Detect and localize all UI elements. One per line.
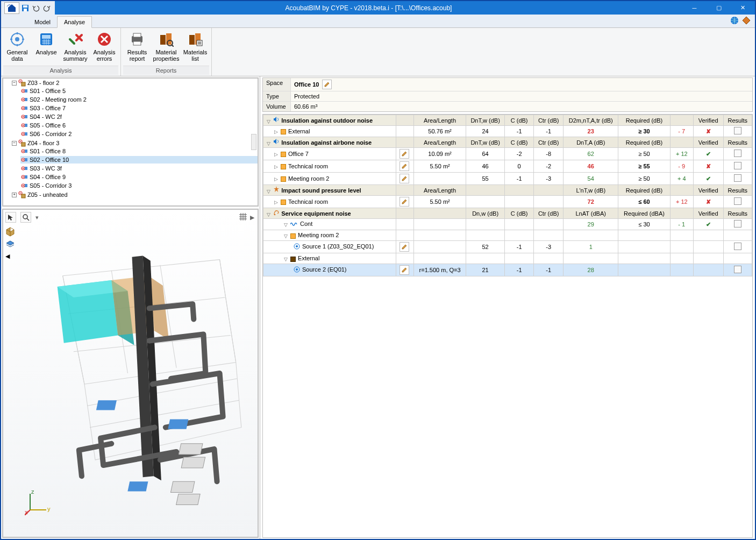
cell-value: ≤ 60 (618, 196, 671, 208)
edit-row-button[interactable] (400, 242, 409, 252)
analysis-summary-button[interactable]: Analysis summary (61, 29, 89, 66)
tree-toggle-icon[interactable]: − (12, 141, 17, 146)
chevron-down-icon[interactable]: ▽ (284, 257, 288, 262)
cell-value: 29 (564, 219, 618, 230)
3d-viewport[interactable]: ▾ ◀ ▶ z y x (2, 209, 259, 538)
tab-analyse[interactable]: Analyse (57, 16, 92, 28)
minimize-button[interactable]: ─ (682, 1, 707, 15)
chevron-down-icon[interactable]: ▽ (267, 212, 270, 217)
table-row[interactable]: ▽ Cont29≤ 30- 1✔ (263, 219, 752, 230)
material-properties-button[interactable]: Material properties (152, 29, 180, 66)
cross-icon: ✘ (706, 198, 711, 205)
svg-rect-50 (25, 124, 27, 127)
tree-space[interactable]: S04 - WC 2f (20, 113, 258, 120)
analysis-errors-button[interactable]: Analysis errors (90, 29, 118, 66)
chevron-right-icon[interactable]: ▷ (274, 152, 278, 157)
results-table[interactable]: ▽ Insulation against outdoor noiseArea/L… (262, 114, 753, 538)
tree-toggle-icon[interactable]: + (12, 193, 17, 197)
table-row[interactable]: ▷ Technical room5.50 m²72≤ 60+ 12✘ (263, 196, 752, 208)
results-report-button[interactable]: Results report (123, 29, 151, 66)
edit-row-button[interactable] (400, 149, 409, 159)
svg-rect-21 (133, 33, 141, 37)
cell-value (414, 173, 466, 185)
results-doc-icon[interactable] (734, 162, 741, 169)
chevron-right-icon[interactable]: ▷ (274, 164, 278, 169)
tree-panel[interactable]: −Z03 - floor 2S01 - Office 5S02 - Meetin… (2, 77, 259, 207)
tree-space[interactable]: S03 - WC 3f (20, 165, 258, 172)
tree-space[interactable]: S02 - Meeting room 2 (20, 96, 258, 103)
chevron-right-icon[interactable]: ▷ (274, 200, 278, 205)
edit-row-button[interactable] (400, 197, 409, 207)
app-logo[interactable] (4, 2, 19, 14)
table-row[interactable]: ▽ External (263, 253, 752, 264)
table-row[interactable]: ▷ External50.76 m²24-1-123≥ 30- 7✘ (263, 126, 752, 137)
table-row[interactable]: ▽ Meeting room 2 (263, 230, 752, 241)
diamond-icon[interactable] (742, 16, 751, 26)
row-label: Meeting room 2 (298, 232, 339, 238)
close-button[interactable]: ✕ (731, 1, 755, 15)
table-row[interactable]: ▷ Office 710.09 m²64-2-862≥ 50+ 12✔ (263, 148, 752, 160)
results-doc-icon[interactable] (734, 127, 741, 134)
svg-rect-47 (25, 115, 27, 118)
table-row[interactable]: Source 2 (EQ01)r=1.500 m, Q=321-1-128 (263, 264, 752, 276)
table-row[interactable]: Source 1 (Z03_S02_EQ01)52-1-31 (263, 241, 752, 253)
results-doc-icon[interactable] (734, 243, 741, 250)
tree-space[interactable]: S04 - Office 9 (20, 173, 258, 181)
svg-point-34 (20, 81, 21, 82)
materials-list-button[interactable]: Materials list (181, 29, 209, 66)
source-icon (294, 244, 300, 251)
general-data-button[interactable]: General data (3, 29, 31, 66)
cell-value: -3 (533, 241, 563, 253)
tree-space[interactable]: S03 - Office 7 (20, 104, 258, 112)
edit-space-button[interactable] (322, 80, 332, 89)
svg-rect-38 (25, 89, 27, 93)
table-row[interactable]: ▷ Meeting room 255-1-354≥ 50+ 4✔ (263, 173, 752, 185)
tree-space[interactable]: S01 - Office 5 (20, 87, 258, 95)
chevron-down-icon[interactable]: ▽ (267, 141, 270, 146)
section-icon (273, 117, 280, 124)
row-label: Cont (300, 221, 312, 227)
analyse-button[interactable]: Analyse (32, 29, 60, 66)
tree-zone[interactable]: −Z03 - floor 2 (12, 79, 258, 87)
svg-point-98 (296, 245, 298, 247)
chevron-down-icon[interactable]: ▽ (267, 189, 270, 194)
chevron-right-icon[interactable]: ▷ (274, 129, 278, 134)
cell-value (466, 196, 504, 208)
tree-zone[interactable]: +Z05 - unheated (12, 191, 258, 198)
chevron-down-icon[interactable]: ▽ (284, 222, 288, 228)
edit-row-button[interactable] (400, 174, 409, 183)
cell-value: + 12 (670, 196, 693, 208)
chevron-down-icon[interactable]: ▽ (284, 233, 288, 239)
tree-space[interactable]: S06 - Corridor 2 (20, 130, 258, 138)
maximize-button[interactable]: ▢ (707, 1, 731, 15)
cell-value: 64 (466, 148, 504, 160)
chevron-right-icon[interactable]: ▷ (274, 176, 278, 182)
tree-space[interactable]: S05 - Office 6 (20, 122, 258, 129)
table-row[interactable]: ▷ Technical room5.50 m²460-246≥ 55- 9✘ (263, 160, 752, 173)
results-doc-icon[interactable] (734, 174, 741, 182)
tree-space[interactable]: S05 - Corridor 3 (20, 182, 258, 189)
edit-row-button[interactable] (400, 161, 409, 171)
tree-space[interactable]: S01 - Office 8 (20, 147, 258, 155)
undo-icon[interactable] (31, 3, 41, 13)
column-header: Required (dB) (618, 115, 671, 126)
results-doc-icon[interactable] (734, 220, 741, 228)
results-doc-icon[interactable] (734, 266, 741, 273)
tree-space[interactable]: S02 - Office 10 (20, 156, 258, 164)
splitter-handle[interactable] (251, 134, 256, 150)
globe-icon[interactable] (730, 16, 739, 26)
redo-icon[interactable] (42, 3, 52, 13)
chevron-down-icon[interactable]: ▽ (267, 119, 270, 124)
cell-value: 28 (564, 264, 618, 276)
results-doc-icon[interactable] (734, 197, 741, 205)
cell-value: 10.09 m² (414, 148, 466, 160)
edit-row-button[interactable] (400, 265, 409, 275)
tree-zone[interactable]: −Z04 - floor 3 (12, 139, 258, 147)
results-doc-icon[interactable] (734, 150, 741, 157)
save-icon[interactable] (20, 3, 30, 13)
space-icon (20, 173, 28, 181)
tree-toggle-icon[interactable]: − (12, 81, 17, 86)
tab-model[interactable]: Model (28, 17, 57, 27)
cell-value: 5.50 m² (414, 196, 466, 208)
column-header: Verified (693, 185, 723, 196)
